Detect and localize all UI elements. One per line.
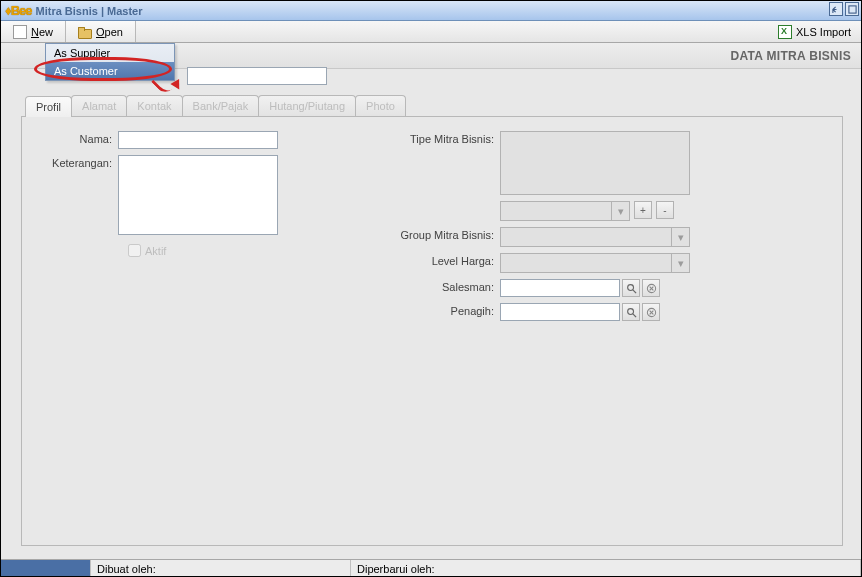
nama-label: Nama: xyxy=(40,131,118,149)
svg-point-1 xyxy=(627,284,633,290)
penagih-lookup-button[interactable] xyxy=(622,303,640,321)
chevron-down-icon: ▾ xyxy=(671,254,689,272)
window-titlebar: ♦Bee Mitra Bisnis | Master xyxy=(1,1,861,21)
level-label: Level Harga: xyxy=(380,253,500,273)
aktif-label: Aktif xyxy=(145,245,166,257)
tipe-listbox[interactable] xyxy=(500,131,690,195)
open-label: Open xyxy=(96,26,123,38)
remove-tipe-button[interactable]: - xyxy=(656,201,674,219)
tab-hutangpiutang[interactable]: Hutang/Piutang xyxy=(258,95,356,116)
group-combo[interactable]: ▾ xyxy=(500,227,690,247)
tab-bankpajak[interactable]: Bank/Pajak xyxy=(182,95,260,116)
new-label: New xyxy=(31,26,53,38)
tipe-combo[interactable]: ▾ xyxy=(500,201,630,221)
code-input[interactable] xyxy=(187,67,327,85)
content-area: DATA MITRA BISNIS As Supplier As Custome… xyxy=(1,43,861,559)
window-controls xyxy=(829,2,859,16)
tab-profil[interactable]: Profil xyxy=(25,96,72,117)
window-maximize-button[interactable] xyxy=(845,2,859,16)
dropdown-item-as-supplier[interactable]: As Supplier xyxy=(46,44,174,62)
penagih-clear-button[interactable] xyxy=(642,303,660,321)
status-updated-by: Diperbarui oleh: xyxy=(351,560,861,577)
penagih-input[interactable] xyxy=(500,303,620,321)
group-label: Group Mitra Bisnis: xyxy=(380,227,500,247)
new-button[interactable]: New xyxy=(1,21,66,42)
tab-kontak[interactable]: Kontak xyxy=(126,95,182,116)
chevron-down-icon: ▾ xyxy=(611,202,629,220)
svg-rect-0 xyxy=(848,5,855,12)
xls-icon xyxy=(778,25,792,39)
aktif-checkbox[interactable] xyxy=(128,244,141,257)
app-logo: ♦Bee xyxy=(5,3,32,18)
open-icon xyxy=(78,25,92,39)
statusbar: Dibuat oleh: Diperbarui oleh: xyxy=(1,559,861,577)
search-icon xyxy=(626,283,637,294)
svg-line-2 xyxy=(632,289,635,292)
main-toolbar: New Open XLS Import xyxy=(1,21,861,43)
clear-icon xyxy=(646,307,657,318)
tab-alamat[interactable]: Alamat xyxy=(71,95,127,116)
salesman-clear-button[interactable] xyxy=(642,279,660,297)
salesman-lookup-button[interactable] xyxy=(622,279,640,297)
xls-import-button[interactable]: XLS Import xyxy=(768,21,861,42)
salesman-label: Salesman: xyxy=(380,279,500,297)
open-button[interactable]: Open xyxy=(66,21,136,42)
new-icon xyxy=(13,25,27,39)
level-combo[interactable]: ▾ xyxy=(500,253,690,273)
clear-icon xyxy=(646,283,657,294)
status-progress xyxy=(1,560,91,577)
dropdown-item-as-customer[interactable]: As Customer xyxy=(46,62,174,80)
keterangan-label: Keterangan: xyxy=(40,155,118,235)
status-created-by: Dibuat oleh: xyxy=(91,560,351,577)
tab-photo[interactable]: Photo xyxy=(355,95,406,116)
svg-line-7 xyxy=(632,313,635,316)
svg-point-6 xyxy=(627,308,633,314)
new-dropdown-menu: As Supplier As Customer xyxy=(45,43,175,81)
keterangan-textarea[interactable] xyxy=(118,155,278,235)
tipe-label: Tipe Mitra Bisnis: xyxy=(380,131,500,195)
tabstrip: Profil Alamat Kontak Bank/Pajak Hutang/P… xyxy=(21,95,843,116)
salesman-input[interactable] xyxy=(500,279,620,297)
nama-input[interactable] xyxy=(118,131,278,149)
left-column: Nama: Keterangan: Aktif xyxy=(40,131,340,531)
penagih-label: Penagih: xyxy=(380,303,500,321)
xls-import-label: XLS Import xyxy=(796,26,851,38)
tab-panel: Profil Alamat Kontak Bank/Pajak Hutang/P… xyxy=(21,95,843,549)
right-column: Tipe Mitra Bisnis: ▾ + - Group Mitra Bis… xyxy=(340,131,824,531)
add-tipe-button[interactable]: + xyxy=(634,201,652,219)
tab-body: Nama: Keterangan: Aktif Tipe Mitra Bisni… xyxy=(21,116,843,546)
chevron-down-icon: ▾ xyxy=(671,228,689,246)
window-minimize-button[interactable] xyxy=(829,2,843,16)
search-icon xyxy=(626,307,637,318)
window-title: Mitra Bisnis | Master xyxy=(36,5,143,17)
